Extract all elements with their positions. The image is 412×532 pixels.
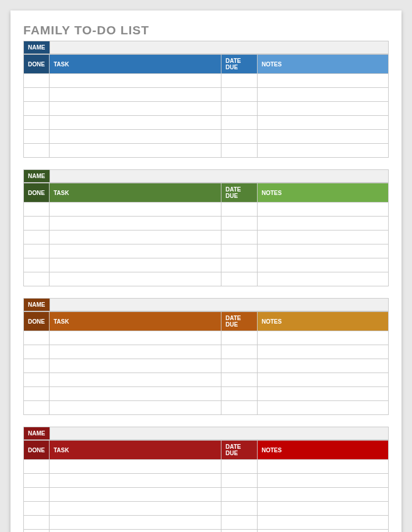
cell-date_due[interactable] [221,116,258,130]
cell-done[interactable] [24,474,50,488]
cell-date_due[interactable] [221,460,258,474]
cell-done[interactable] [24,488,50,502]
cell-notes[interactable] [258,502,389,516]
cell-notes[interactable] [258,230,389,244]
cell-task[interactable] [50,345,221,359]
name-input[interactable] [50,170,388,182]
cell-task[interactable] [50,460,221,474]
cell-date_due[interactable] [221,74,258,88]
cell-notes[interactable] [258,244,389,258]
cell-done[interactable] [24,331,50,345]
cell-task[interactable] [50,488,221,502]
cell-notes[interactable] [258,217,389,230]
cell-notes[interactable] [258,272,389,286]
cell-notes[interactable] [258,74,389,88]
cell-date_due[interactable] [221,488,258,502]
cell-task[interactable] [50,502,221,516]
cell-date_due[interactable] [221,401,258,415]
cell-notes[interactable] [258,530,389,533]
cell-done[interactable] [24,359,50,373]
cell-date_due[interactable] [221,530,258,533]
cell-task[interactable] [50,401,221,415]
cell-notes[interactable] [258,488,389,502]
cell-task[interactable] [50,144,221,158]
cell-notes[interactable] [258,331,389,345]
cell-task[interactable] [50,203,221,217]
cell-notes[interactable] [258,102,389,116]
cell-date_due[interactable] [221,331,258,345]
cell-date_due[interactable] [221,373,258,387]
cell-task[interactable] [50,102,221,116]
cell-date_due[interactable] [221,502,258,516]
cell-task[interactable] [50,474,221,488]
cell-done[interactable] [24,144,50,158]
cell-task[interactable] [50,74,221,88]
cell-date_due[interactable] [221,130,258,144]
cell-date_due[interactable] [221,102,258,116]
cell-done[interactable] [24,502,50,516]
cell-done[interactable] [24,217,50,230]
cell-date_due[interactable] [221,345,258,359]
cell-done[interactable] [24,74,50,88]
cell-notes[interactable] [258,401,389,415]
cell-date_due[interactable] [221,387,258,401]
cell-notes[interactable] [258,88,389,102]
cell-notes[interactable] [258,258,389,272]
cell-done[interactable] [24,530,50,533]
cell-date_due[interactable] [221,244,258,258]
name-input[interactable] [50,299,388,311]
cell-done[interactable] [24,387,50,401]
cell-task[interactable] [50,516,221,530]
cell-date_due[interactable] [221,203,258,217]
cell-task[interactable] [50,373,221,387]
cell-notes[interactable] [258,359,389,373]
cell-date_due[interactable] [221,88,258,102]
cell-date_due[interactable] [221,144,258,158]
name-input[interactable] [50,41,388,54]
cell-notes[interactable] [258,203,389,217]
cell-task[interactable] [50,130,221,144]
cell-notes[interactable] [258,345,389,359]
cell-task[interactable] [50,116,221,130]
cell-task[interactable] [50,387,221,401]
cell-task[interactable] [50,88,221,102]
cell-done[interactable] [24,116,50,130]
cell-notes[interactable] [258,516,389,530]
cell-date_due[interactable] [221,258,258,272]
cell-task[interactable] [50,530,221,533]
cell-task[interactable] [50,230,221,244]
cell-done[interactable] [24,102,50,116]
cell-done[interactable] [24,345,50,359]
cell-done[interactable] [24,88,50,102]
cell-date_due[interactable] [221,230,258,244]
cell-task[interactable] [50,331,221,345]
cell-notes[interactable] [258,373,389,387]
cell-notes[interactable] [258,130,389,144]
cell-done[interactable] [24,373,50,387]
name-input[interactable] [50,427,388,439]
cell-done[interactable] [24,203,50,217]
cell-task[interactable] [50,359,221,373]
cell-task[interactable] [50,272,221,286]
cell-notes[interactable] [258,387,389,401]
cell-date_due[interactable] [221,272,258,286]
cell-task[interactable] [50,244,221,258]
cell-date_due[interactable] [221,359,258,373]
cell-task[interactable] [50,217,221,230]
cell-date_due[interactable] [221,474,258,488]
cell-done[interactable] [24,130,50,144]
cell-notes[interactable] [258,144,389,158]
cell-notes[interactable] [258,474,389,488]
cell-done[interactable] [24,272,50,286]
cell-date_due[interactable] [221,217,258,230]
cell-date_due[interactable] [221,516,258,530]
cell-notes[interactable] [258,116,389,130]
cell-done[interactable] [24,244,50,258]
cell-notes[interactable] [258,460,389,474]
cell-done[interactable] [24,258,50,272]
cell-done[interactable] [24,401,50,415]
cell-task[interactable] [50,258,221,272]
cell-done[interactable] [24,516,50,530]
cell-done[interactable] [24,460,50,474]
cell-done[interactable] [24,230,50,244]
